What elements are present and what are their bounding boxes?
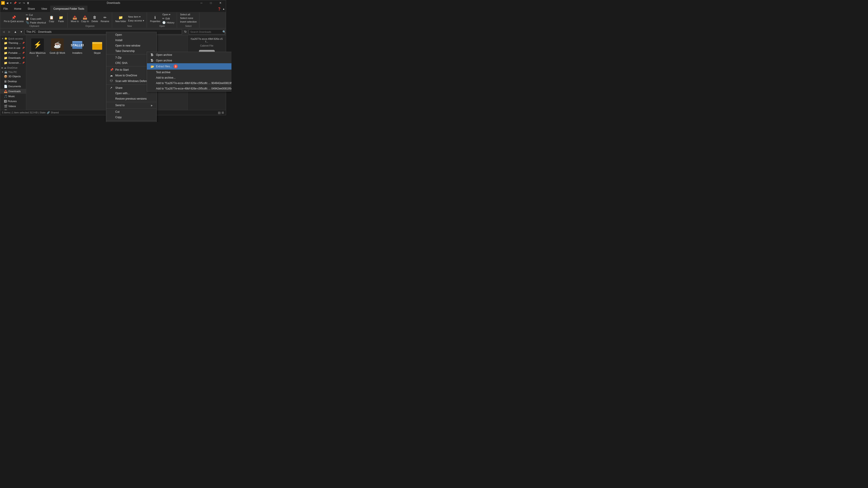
ctx-open[interactable]: Open — [106, 32, 156, 37]
onedrive-header[interactable]: ▶ ☁ OneDrive — [0, 65, 26, 70]
file-item-asus[interactable]: ⚡ Asus Maximus X — [29, 37, 46, 65]
sub-add-to-7z[interactable]: Add to "f1a2677e-ecce-49bf-926e-c5f5cdfc… — [147, 80, 231, 86]
ctx-restore-versions[interactable]: Restore previous versions — [106, 96, 156, 101]
search-input[interactable] — [190, 31, 221, 33]
sidebar-item-videos[interactable]: 🎬 Videos — [0, 104, 26, 109]
ctx-copy[interactable]: Copy — [106, 115, 156, 120]
breadcrumb-this-pc[interactable]: This PC — [26, 30, 36, 33]
paste-shortcut-button[interactable]: 📎 Paste shortcut — [25, 21, 46, 24]
qa-redo[interactable]: ↪ — [22, 1, 26, 5]
paste-icon: 📁 — [58, 15, 64, 20]
sub-open-archive-1[interactable]: 🗜 Open archive ▶ — [147, 52, 231, 58]
ctx-open-new-window[interactable]: Open in new window — [106, 43, 156, 48]
invert-selection-button[interactable]: Invert selection — [179, 20, 197, 23]
file-item-skype[interactable]: Skype — [88, 37, 106, 65]
sub-open-archive-2[interactable]: 🗜 Open archive ▶ — [147, 58, 231, 63]
desktop-icon: 🖥 — [4, 80, 7, 83]
ctx-send-to[interactable]: Send to ▶ — [106, 103, 156, 108]
properties-button[interactable]: ℹ Properties — [149, 14, 161, 23]
details-view-button[interactable]: ▤ — [218, 111, 221, 114]
rename-button[interactable]: ✏ Rename — [100, 14, 110, 23]
sidebar-item-portable-apps[interactable]: 📁 Portable apps... 📌 — [0, 51, 26, 55]
file-item-installers[interactable]: INSTALLERS Installers — [68, 37, 86, 65]
sidebar-item-icon-in-use[interactable]: 📁 Icon in use 📌 — [0, 45, 26, 51]
new-item-button[interactable]: New item ▾ — [127, 15, 145, 19]
recent-locations-button[interactable]: ▾ — [19, 29, 24, 34]
sub-add-to-archive[interactable]: Add to archive... — [147, 75, 231, 80]
ribbon-toggle[interactable]: ▲ — [222, 7, 225, 10]
forward-button[interactable]: ▶ — [7, 29, 12, 34]
sidebar-item-theming[interactable]: 📁 Theming Stuf... 📌 — [0, 40, 26, 45]
sub-add-to-zip[interactable]: Add to "f1a2677e-ecce-49bf-926e-c5f5cdfc… — [147, 86, 231, 91]
breadcrumb[interactable]: This PC › Downloads — [25, 29, 182, 34]
search-icon[interactable]: 🔍 — [222, 30, 226, 33]
sidebar-item-screenshots[interactable]: 📁 Screenshots 📌 — [0, 60, 26, 65]
folder-icon: 📁 — [4, 41, 7, 45]
file-icon-asus: ⚡ — [31, 38, 44, 51]
svg-rect-5 — [72, 41, 82, 42]
qa-pin[interactable]: 📌 — [13, 1, 18, 5]
select-all-button[interactable]: Select all — [179, 13, 191, 16]
qa-back[interactable]: ◀ — [6, 1, 9, 5]
edit-button[interactable]: ✏ Edit — [162, 17, 175, 20]
sidebar-item-desktop[interactable]: 🖥 Desktop — [0, 79, 26, 84]
sidebar-item-music[interactable]: 🎵 Music — [0, 94, 26, 99]
copy-to-button[interactable]: 📥 Copy to — [80, 14, 90, 23]
open-button[interactable]: Open ▾ — [162, 13, 175, 16]
ctx-create-shortcut[interactable]: Create shortcut — [106, 121, 156, 122]
help-button[interactable]: ❓ — [217, 7, 221, 11]
select-none-button[interactable]: Select none — [179, 17, 194, 20]
ctx-install[interactable]: Install — [106, 37, 156, 43]
qa-delete[interactable]: 🗑 — [26, 1, 30, 4]
easy-access-button[interactable]: Easy access ▾ — [127, 19, 145, 22]
sidebar-item-downloads[interactable]: 📥 Downloads — [0, 89, 26, 94]
search-box[interactable]: 🔍 — [189, 29, 225, 34]
breadcrumb-downloads[interactable]: Downloads — [38, 30, 52, 33]
sidebar-item-documents[interactable]: 📄 Documents — [0, 84, 26, 89]
ctx-cut[interactable]: Cut — [106, 109, 156, 115]
tab-home[interactable]: Home — [11, 6, 24, 12]
copy-path-button[interactable]: 📋 Copy path — [25, 17, 46, 21]
close-button[interactable]: ✕ — [216, 0, 225, 5]
qa-undo[interactable]: ↩ — [18, 1, 22, 5]
delete-button[interactable]: 🗑 Delete — [90, 14, 99, 23]
minimize-button[interactable]: ─ — [197, 0, 206, 5]
history-button[interactable]: 🕐 History — [162, 21, 175, 24]
tab-view[interactable]: View — [38, 6, 50, 12]
large-icons-view-button[interactable]: ⊞ — [221, 111, 224, 114]
rename-label: Rename — [101, 20, 109, 23]
tab-share[interactable]: Share — [24, 6, 38, 12]
back-button[interactable]: ◀ — [1, 29, 6, 34]
pin-indicator: 📌 — [22, 52, 25, 54]
copy-button[interactable]: 📋 Copy — [47, 14, 56, 23]
sidebar-item-downloads-qa[interactable]: 📁 Downloads 📌 — [0, 55, 26, 60]
quick-access-header[interactable]: ▼ ⭐ Quick access — [0, 36, 26, 40]
properties-label: Properties — [150, 20, 160, 23]
sub-test-archive-label: Test archive — [156, 71, 170, 74]
maximize-button[interactable]: □ — [206, 0, 215, 5]
tab-compressed[interactable]: Compressed Folder Tools — [50, 6, 88, 12]
sidebar-item-label: Downloads — [8, 90, 21, 93]
this-pc-header[interactable]: ▼ 💻 This PC — [0, 70, 26, 74]
sidebar-item-pictures[interactable]: 🖼 Pictures — [0, 99, 26, 104]
move-to-button[interactable]: 📤 Move to — [70, 14, 80, 23]
3d-icon: 📦 — [4, 75, 7, 78]
file-label-geek: Geek @ Work — [50, 52, 65, 55]
this-pc-icon: 💻 — [4, 70, 7, 73]
pin-indicator: 📌 — [22, 42, 25, 44]
refresh-button[interactable]: ↻ — [183, 29, 188, 34]
tab-file[interactable]: File — [0, 6, 11, 12]
sub-extract-files[interactable]: 📂 Extract files... 3 — [147, 63, 231, 70]
pin-to-quick-access-button[interactable]: 📌 Pin to Quick access — [3, 14, 25, 23]
sidebar-item-label: Documents — [8, 85, 21, 88]
file-item-geek[interactable]: ☕ Geek @ Work — [49, 37, 66, 65]
ctx-sep5 — [106, 108, 156, 109]
new-folder-button[interactable]: 📁 New folder — [114, 14, 127, 23]
sidebar-item-3d-objects[interactable]: 📦 3D Objects — [0, 74, 26, 79]
up-button[interactable]: ▲ — [13, 29, 18, 34]
paste-button[interactable]: 📁 Paste — [57, 14, 66, 23]
qa-down[interactable]: ▾ — [9, 1, 12, 5]
cut-button[interactable]: ✂ Cut — [25, 13, 46, 17]
move-icon: 📤 — [72, 15, 78, 20]
sub-test-archive[interactable]: Test archive — [147, 70, 231, 75]
